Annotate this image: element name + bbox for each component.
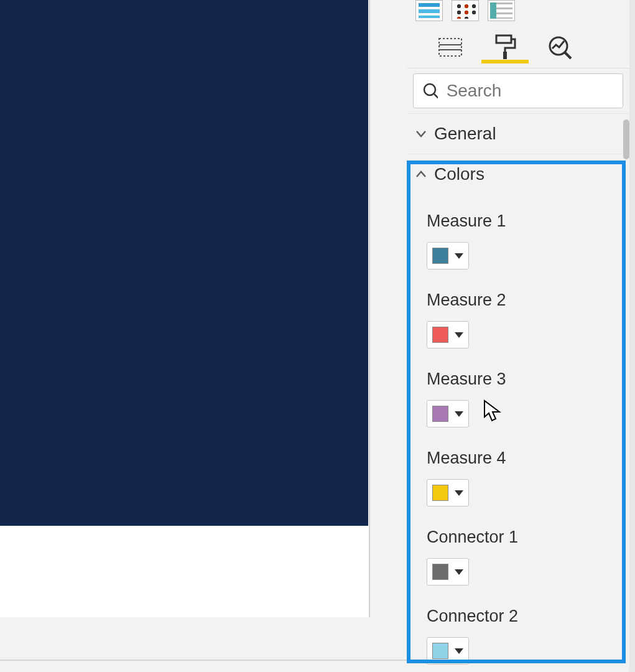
- swatch-measure-1: [432, 248, 448, 264]
- color-field-connector-1: Connector 1: [427, 528, 629, 586]
- search-container: [407, 68, 629, 113]
- color-label-measure-1: Measure 1: [427, 212, 629, 231]
- color-picker-measure-1[interactable]: [427, 242, 469, 269]
- color-label-measure-2: Measure 2: [427, 291, 629, 310]
- caret-down-icon: [455, 332, 463, 338]
- color-label-connector-1: Connector 1: [427, 528, 629, 547]
- swatch-connector-1: [432, 564, 448, 580]
- analytics-icon: [547, 35, 572, 60]
- svg-rect-0: [439, 39, 461, 56]
- viz-type-table-icon[interactable]: [415, 0, 443, 21]
- search-input[interactable]: [445, 80, 614, 101]
- color-field-connector-2: Connector 2: [427, 607, 629, 665]
- chevron-down-icon: [415, 128, 427, 139]
- section-colors-label: Colors: [434, 164, 484, 184]
- swatch-connector-2: [432, 643, 448, 659]
- pane-edge: [629, 0, 635, 672]
- search-box[interactable]: [413, 73, 623, 108]
- color-picker-measure-3[interactable]: [427, 400, 469, 427]
- svg-line-6: [565, 52, 571, 58]
- format-tab-strip: [407, 26, 629, 68]
- bottom-divider: [0, 660, 408, 661]
- svg-rect-4: [503, 52, 507, 59]
- viz-type-card-icon[interactable]: [488, 0, 515, 21]
- color-picker-connector-2[interactable]: [427, 637, 469, 665]
- section-colors-header[interactable]: Colors: [407, 154, 629, 194]
- color-label-connector-2: Connector 2: [427, 607, 629, 626]
- caret-down-icon: [455, 490, 463, 496]
- swatch-measure-4: [432, 485, 448, 501]
- viz-type-matrix-icon[interactable]: [452, 0, 479, 21]
- color-label-measure-4: Measure 4: [427, 449, 629, 468]
- tab-analytics[interactable]: [545, 32, 575, 62]
- chevron-up-icon: [415, 169, 427, 180]
- section-general-label: General: [434, 124, 496, 144]
- scrollbar-thumb[interactable]: [623, 119, 629, 159]
- visual-canvas[interactable]: [0, 0, 368, 526]
- color-label-measure-3: Measure 3: [427, 370, 629, 389]
- color-picker-measure-4[interactable]: [427, 479, 469, 506]
- active-tab-indicator: [481, 60, 529, 63]
- svg-line-8: [434, 94, 438, 98]
- caret-down-icon: [455, 411, 463, 417]
- section-general-header[interactable]: General: [407, 114, 629, 154]
- tab-format[interactable]: [490, 32, 520, 62]
- fields-icon: [438, 37, 463, 57]
- visualization-gallery: [407, 0, 629, 26]
- colors-body: Measure 1 Measure 2 Measure 3: [407, 194, 629, 665]
- paint-roller-icon: [494, 34, 516, 60]
- color-picker-connector-1[interactable]: [427, 558, 469, 586]
- caret-down-icon: [455, 253, 463, 259]
- search-icon: [422, 82, 438, 100]
- section-general: General: [407, 113, 629, 154]
- tab-fields[interactable]: [435, 32, 465, 62]
- caret-down-icon: [455, 569, 463, 575]
- caret-down-icon: [455, 648, 463, 654]
- color-field-measure-4: Measure 4: [427, 449, 629, 506]
- swatch-measure-2: [432, 327, 448, 343]
- swatch-measure-3: [432, 406, 448, 422]
- section-colors: Colors Measure 1 Measure 2 Measure 3: [407, 154, 629, 665]
- color-field-measure-3: Measure 3: [427, 370, 629, 427]
- color-field-measure-2: Measure 2: [427, 291, 629, 348]
- report-canvas-area: [0, 0, 370, 617]
- visualizations-pane: General Colors Measure 1 Measure 2: [407, 0, 629, 666]
- svg-point-7: [424, 84, 435, 95]
- svg-rect-3: [496, 35, 511, 43]
- color-picker-measure-2[interactable]: [427, 321, 469, 348]
- color-field-measure-1: Measure 1: [427, 212, 629, 269]
